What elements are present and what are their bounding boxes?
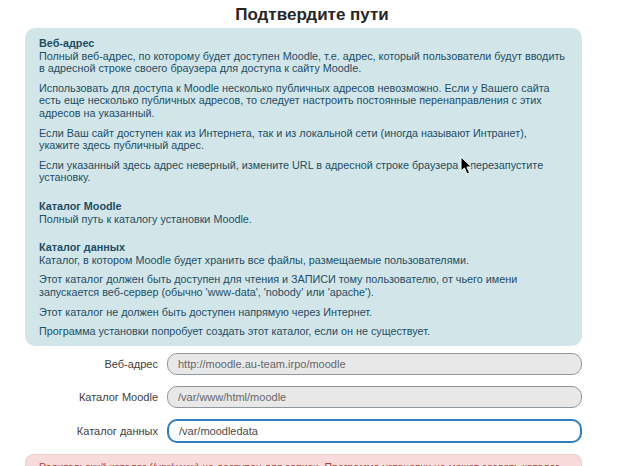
web-address-label: Веб-адрес bbox=[25, 358, 167, 370]
section-heading: Каталог данных bbox=[39, 241, 568, 254]
info-paragraph: Полный путь к каталогу установки Moodle. bbox=[39, 213, 568, 226]
error-alert: Родительский каталог (/var/www) не досту… bbox=[25, 454, 582, 466]
info-paragraph: Этот каталог не должен быть доступен нап… bbox=[39, 306, 568, 319]
info-paragraph: Использовать для доступа к Moodle нескол… bbox=[39, 82, 568, 120]
form-row-data-directory: Каталог данных bbox=[25, 419, 582, 443]
form-row-moodle-directory: Каталог Moodle bbox=[25, 386, 582, 408]
data-directory-label: Каталог данных bbox=[25, 425, 167, 437]
page-title: Подтвердите пути bbox=[0, 0, 624, 28]
info-paragraph: Программа установки попробует создать эт… bbox=[39, 325, 568, 338]
info-section-data-directory: Каталог данных Каталог, в котором Moodle… bbox=[39, 241, 568, 338]
section-heading: Каталог Moodle bbox=[39, 200, 568, 213]
paths-info-panel: Веб-адрес Полный веб-адрес, по которому … bbox=[25, 28, 582, 346]
moodle-directory-input[interactable] bbox=[167, 386, 582, 408]
info-paragraph: Каталог, в котором Moodle будет хранить … bbox=[39, 254, 568, 267]
info-paragraph: Если указанный здесь адрес неверный, изм… bbox=[39, 159, 568, 184]
info-paragraph: Этот каталог должен быть доступен для чт… bbox=[39, 273, 568, 298]
info-paragraph: Если Ваш сайт доступен как из Интернета,… bbox=[39, 127, 568, 152]
content-container: Веб-адрес Полный веб-адрес, по которому … bbox=[25, 28, 582, 466]
moodle-directory-label: Каталог Moodle bbox=[25, 391, 167, 403]
data-directory-input[interactable] bbox=[167, 419, 582, 443]
section-heading: Веб-адрес bbox=[39, 37, 568, 50]
form-row-web-address: Веб-адрес bbox=[25, 353, 582, 375]
info-section-moodle-directory: Каталог Moodle Полный путь к каталогу ус… bbox=[39, 200, 568, 225]
web-address-input[interactable] bbox=[167, 353, 582, 375]
info-section-web-address: Веб-адрес Полный веб-адрес, по которому … bbox=[39, 37, 568, 184]
paths-form: Веб-адрес Каталог Moodle Каталог данных bbox=[25, 353, 582, 443]
info-paragraph: Полный веб-адрес, по которому будет дост… bbox=[39, 50, 568, 75]
